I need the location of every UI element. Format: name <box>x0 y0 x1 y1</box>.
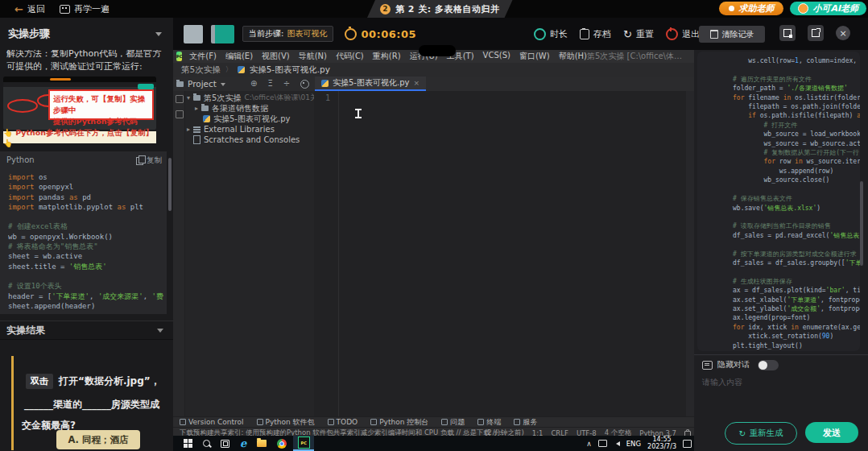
menu-view[interactable]: 视图(V) <box>262 51 290 62</box>
hide-chat-label: 隐藏对话 <box>717 359 750 370</box>
split-icon[interactable]: ÷ <box>283 80 290 88</box>
ai-panel-scrollbar[interactable] <box>860 181 863 266</box>
project-tool-header[interactable]: Project <box>176 77 225 91</box>
timer: 00:06:05 <box>345 28 416 40</box>
fullscreen-button[interactable] <box>808 25 824 41</box>
tree-external-row[interactable]: ▸ External Libraries <box>187 124 275 134</box>
restore-icon <box>783 29 792 37</box>
project-stripe-icon[interactable] <box>176 95 184 103</box>
help-teacher-button[interactable]: 求助老师 <box>719 2 783 15</box>
clear-record-button[interactable]: 清除记录 <box>699 26 765 43</box>
archive-button[interactable]: 存档 <box>580 28 611 40</box>
current-step-badge: 当前步骤: 图表可视化 <box>242 26 333 42</box>
pycharm-icon: PC <box>298 437 310 449</box>
chevron-collapsed-icon[interactable]: ▸ <box>195 105 198 112</box>
screenshot-button <box>138 84 154 89</box>
tab-toolbar-row: Project ⊕ Ξ ÷ — 实操5-图表可视化.py × <box>173 77 694 92</box>
tool-tab-python-packages[interactable]: Python 软件包 <box>257 417 315 428</box>
start-button[interactable] <box>184 439 192 448</box>
step-thumbnail-2[interactable] <box>211 25 234 43</box>
menu-edit[interactable]: 编辑(E) <box>225 51 253 62</box>
tool-tab-python-console[interactable]: Python 控制台 <box>370 417 428 428</box>
tutorial-screenshot: 运行失败，可【复制】实操步骤中 提供的Python参考代码 <box>3 77 156 130</box>
duration-button[interactable]: 时长 <box>534 28 568 40</box>
reset-icon: ↻ <box>623 29 632 39</box>
gear-icon[interactable] <box>300 80 309 89</box>
chevron-collapsed-icon[interactable]: ▸ <box>187 126 190 133</box>
pycharm-taskbar-button[interactable]: PC <box>293 436 314 451</box>
taskbar-clock[interactable]: 14:55 2023/7/3 <box>647 437 676 450</box>
explorer-taskbar-button[interactable] <box>257 440 267 447</box>
editor-scrollbar[interactable] <box>686 91 694 416</box>
double-click-chip: 双击 <box>26 374 53 389</box>
screenshot-subbar <box>3 82 156 87</box>
regenerate-button[interactable]: ↻ 重新生成 <box>725 422 797 445</box>
code-editor[interactable]: 1 <box>314 91 686 416</box>
bookmark-stripe-icon[interactable] <box>176 110 184 118</box>
input-language[interactable]: ENG <box>626 440 641 448</box>
relearn-button[interactable]: 再学一遍 <box>60 3 110 15</box>
tree-scratches-label: Scratches and Consoles <box>204 135 300 144</box>
tree-file-row[interactable]: 实操5-图表可视化.py <box>203 114 290 124</box>
reset-button[interactable]: ↻ 重置 <box>623 28 654 40</box>
menu-code[interactable]: 代码(C) <box>336 51 364 62</box>
pycharm-window: PC 文件(F) 编辑(E) 视图(V) 导航(N) 代码(C) 重构(R) 运… <box>173 50 694 436</box>
notification-center-icon[interactable] <box>683 440 692 448</box>
left-panel-scrollbar[interactable] <box>168 158 172 211</box>
chrome-taskbar-button[interactable] <box>277 439 287 449</box>
pycharm-main: ▾ 第5次实操 C:\office\体验课\01关\第5次实操 ▸ 各渠道销售数… <box>173 91 694 416</box>
back-button[interactable]: ← 返回 <box>14 3 45 15</box>
menu-help[interactable]: 帮助(H) <box>559 51 587 62</box>
step-thumbnail-1[interactable] <box>184 25 203 43</box>
toggle-knob <box>758 361 767 370</box>
menu-vcs[interactable]: VCS(S) <box>483 51 510 62</box>
breadcrumb-file[interactable]: 实操5-图表可视化.py <box>250 64 330 76</box>
close-tab-icon[interactable]: × <box>413 79 420 87</box>
steps-panel-header[interactable]: 实操步骤 <box>0 18 173 50</box>
clipboard-icon <box>580 29 589 39</box>
hide-chat-toggle[interactable] <box>758 360 779 370</box>
intro-text-line2: 可提供的，测试验证过可正常运行: <box>6 60 169 73</box>
search-button[interactable] <box>203 440 210 447</box>
restore-window-button[interactable] <box>779 25 796 41</box>
send-button[interactable]: 发送 <box>805 422 858 443</box>
clock-icon <box>534 28 546 40</box>
editor-tab[interactable]: 实操5-图表可视化.py × <box>315 77 426 91</box>
tool-tab-terminal[interactable]: 终端 <box>477 417 501 428</box>
close-button[interactable]: × <box>836 26 850 40</box>
results-section-header[interactable]: 实操结果 <box>0 321 173 340</box>
chevron-down-icon <box>155 32 162 39</box>
hidden-icons-chevron[interactable]: ∧ <box>586 440 592 448</box>
question-accent-bar <box>11 356 14 450</box>
task-view-button[interactable] <box>221 440 229 448</box>
breadcrumb: 第5次实操 〉 实操5-图表可视化.py <box>173 63 694 77</box>
ie-taskbar-button[interactable]: e <box>240 438 246 449</box>
tree-folder-row[interactable]: ▸ 各渠道销售数据 <box>195 103 268 114</box>
chevron-expanded-icon[interactable]: ▾ <box>187 94 190 101</box>
tool-tab-services[interactable]: 服务 <box>514 417 537 428</box>
power-icon <box>666 28 678 40</box>
speaker-icon[interactable] <box>614 441 620 446</box>
answer-option-a[interactable]: A. 同程；酒店 <box>56 430 140 449</box>
window-controls: × <box>779 25 850 41</box>
breadcrumb-root[interactable]: 第5次实操 <box>181 64 221 76</box>
tree-scratches-row[interactable]: Scratches and Consoles <box>193 134 300 145</box>
collapse-all-icon[interactable]: Ξ <box>267 80 272 88</box>
chat-input[interactable] <box>701 375 858 424</box>
drag-handle[interactable] <box>419 45 456 56</box>
tool-tab-todo[interactable]: TODO <box>328 418 358 426</box>
tool-tab-problems[interactable]: 问题 <box>441 417 465 428</box>
chat-icon <box>702 361 713 370</box>
tool-tab-version-control[interactable]: Version Control <box>180 418 244 426</box>
menu-window[interactable]: 窗口(W) <box>519 51 550 62</box>
network-icon[interactable] <box>598 440 607 447</box>
menu-navigate[interactable]: 导航(N) <box>299 51 327 62</box>
ai-teacher-label: 小可AI老师 <box>812 2 858 14</box>
libraries-icon <box>193 126 200 133</box>
menu-file[interactable]: 文件(F) <box>189 51 217 62</box>
ai-teacher-button[interactable]: 小可AI老师 <box>790 2 866 15</box>
menu-refactor[interactable]: 重构(R) <box>373 51 401 62</box>
copy-code-button[interactable]: 复制 <box>136 155 162 166</box>
exit-button[interactable]: 退出 <box>666 28 700 40</box>
locate-icon[interactable]: ⊕ <box>250 80 257 88</box>
